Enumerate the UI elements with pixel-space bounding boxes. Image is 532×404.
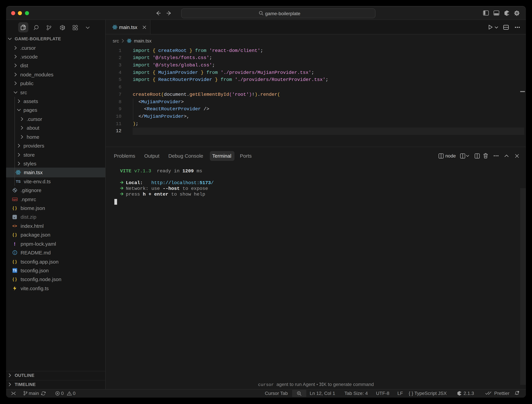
svg-text:npm: npm xyxy=(13,198,17,201)
